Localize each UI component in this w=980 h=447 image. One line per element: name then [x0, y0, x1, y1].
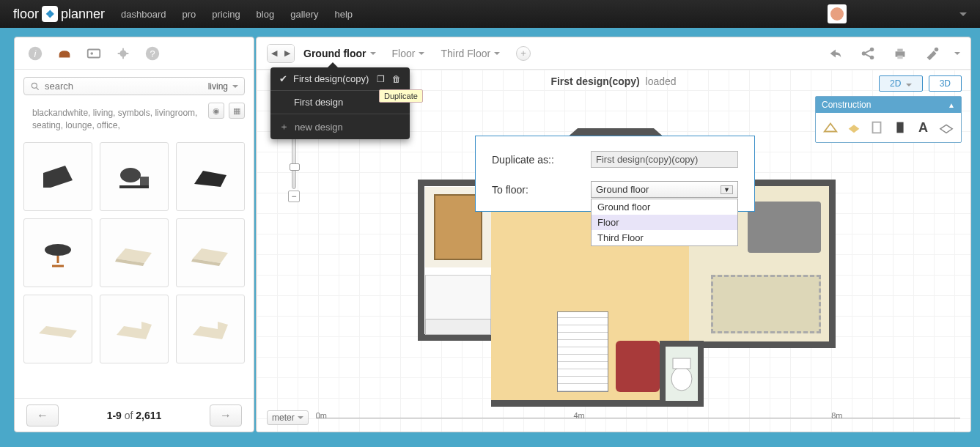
furniture-sidebar: i ? living ◉ ▦ blackandwhite, living, sy… — [14, 37, 254, 432]
duplicate-tooltip: Duplicate — [379, 89, 423, 103]
svg-point-12 — [45, 244, 71, 256]
share-icon[interactable] — [858, 45, 878, 62]
floor-prev-button[interactable]: ◀ — [268, 45, 281, 62]
svg-point-19 — [935, 47, 939, 51]
furniture-item[interactable] — [176, 295, 245, 363]
surface-tool-icon[interactable] — [845, 119, 863, 136]
furniture-item[interactable] — [23, 295, 92, 363]
furniture-item[interactable] — [100, 295, 169, 363]
logo-text-right: planner — [61, 7, 105, 22]
svg-rect-20 — [873, 122, 881, 133]
to-floor-select[interactable]: Ground floor▼ — [591, 181, 738, 198]
svg-line-8 — [37, 87, 39, 89]
furniture-grid — [15, 135, 254, 371]
nav-dashboard[interactable]: dashboard — [121, 9, 166, 20]
floor-option[interactable]: Third Floor — [592, 230, 737, 245]
to-floor-label: To floor: — [492, 184, 576, 196]
print-icon[interactable] — [890, 45, 910, 62]
svg-rect-11 — [119, 185, 149, 188]
logo[interactable]: floor ❖ planner — [13, 6, 105, 22]
svg-rect-10 — [140, 177, 149, 187]
design-menu: ✔ First design(copy) ❐ 🗑 First design ＋ … — [270, 67, 410, 139]
svg-point-23 — [671, 367, 692, 391]
floor-options-dropdown: Ground floor Floor Third Floor — [591, 199, 738, 246]
view-2d-button[interactable]: 2D — [879, 75, 923, 92]
nav-gallery[interactable]: gallery — [290, 9, 318, 20]
page-info: 1-9 of 2,611 — [107, 410, 162, 421]
undo-icon[interactable] — [825, 45, 846, 62]
ruler-tick: 8m — [831, 411, 842, 420]
duplicate-modal: Duplicate as:: To floor: Ground floor▼ G… — [475, 136, 755, 212]
svg-point-9 — [120, 168, 141, 182]
zoom-out-button[interactable]: − — [288, 191, 300, 202]
filter-caret-icon[interactable] — [232, 85, 238, 88]
nav-help[interactable]: help — [334, 9, 353, 20]
view-3d-icon[interactable]: ◉ — [208, 103, 224, 119]
svg-rect-2 — [88, 49, 100, 57]
delete-icon[interactable]: 🗑 — [392, 74, 401, 84]
search-box: living — [23, 77, 245, 95]
furniture-item[interactable] — [23, 218, 92, 287]
ruler: meter 0m 4m 8m — [267, 410, 960, 426]
floor-tab-third[interactable]: Third Floor — [441, 48, 500, 59]
logo-icon: ❖ — [42, 6, 58, 22]
design-item-current[interactable]: ✔ First design(copy) ❐ 🗑 — [270, 67, 410, 91]
user-menu-caret-icon[interactable] — [959, 12, 967, 16]
help-icon[interactable]: ? — [142, 45, 163, 62]
floor-option[interactable]: Ground floor — [592, 199, 737, 215]
next-button[interactable]: → — [210, 404, 242, 426]
settings-icon[interactable] — [922, 45, 943, 62]
zoom-track[interactable] — [292, 130, 296, 189]
new-design-item[interactable]: ＋ new design — [270, 114, 410, 139]
furniture-item[interactable] — [176, 218, 245, 287]
search-icon — [30, 81, 40, 92]
info-icon[interactable]: i — [25, 45, 45, 62]
svg-point-7 — [32, 83, 37, 88]
view-3d-button[interactable]: 3D — [929, 75, 962, 92]
dimension-tool-icon[interactable] — [937, 119, 955, 136]
ruler-tick: 4m — [573, 411, 584, 420]
floor-option[interactable]: Floor — [592, 215, 737, 230]
nav-blog[interactable]: blog — [257, 9, 275, 20]
nav-pricing[interactable]: pricing — [212, 9, 240, 20]
nav-pro[interactable]: pro — [183, 9, 196, 20]
furniture-item[interactable] — [176, 142, 245, 211]
furniture-item[interactable] — [23, 142, 92, 211]
search-filter[interactable]: living — [208, 81, 228, 92]
svg-rect-18 — [897, 55, 902, 59]
prev-button[interactable]: ← — [26, 404, 59, 426]
view-top-icon[interactable]: ▦ — [229, 103, 245, 119]
door-tool-icon[interactable] — [891, 119, 909, 136]
text-tool-icon[interactable]: A — [915, 119, 932, 136]
construction-panel: Construction▲ A — [815, 96, 962, 143]
floor-next-button[interactable]: ▶ — [281, 45, 294, 62]
svg-point-4 — [119, 50, 126, 56]
duplicate-icon[interactable]: ❐ — [377, 74, 385, 84]
add-floor-button[interactable]: + — [516, 46, 531, 61]
canvas-toolbar: ◀ ▶ Ground floor Floor Third Floor + — [257, 37, 970, 70]
zoom-handle[interactable] — [290, 163, 300, 171]
window-tool-icon[interactable] — [868, 119, 885, 136]
unit-select[interactable]: meter — [267, 410, 309, 425]
search-input[interactable] — [45, 81, 204, 92]
svg-rect-24 — [673, 358, 690, 369]
user-avatar[interactable] — [828, 4, 847, 23]
photo-icon[interactable] — [84, 45, 104, 62]
settings-caret-icon[interactable] — [954, 52, 960, 55]
furniture-item[interactable] — [100, 142, 169, 211]
construction-header[interactable]: Construction▲ — [816, 97, 961, 113]
check-icon: ✔ — [279, 73, 287, 84]
floor-tab-ground[interactable]: Ground floor — [303, 48, 376, 59]
floor-tab-floor[interactable]: Floor — [392, 48, 425, 59]
ruler-tick: 0m — [316, 411, 327, 420]
floor-nav-arrows: ◀ ▶ — [267, 44, 295, 63]
furniture-item[interactable] — [100, 218, 169, 287]
duplicate-name-input[interactable] — [591, 151, 738, 168]
control-icon[interactable] — [113, 45, 133, 62]
duplicate-as-label: Duplicate as:: — [492, 154, 576, 166]
pagination: ← 1-9 of 2,611 → — [15, 398, 254, 432]
furniture-icon[interactable] — [54, 45, 75, 62]
plus-icon: ＋ — [279, 120, 289, 133]
wall-tool-icon[interactable] — [822, 119, 839, 136]
top-nav: floor ❖ planner dashboard pro pricing bl… — [0, 0, 980, 28]
